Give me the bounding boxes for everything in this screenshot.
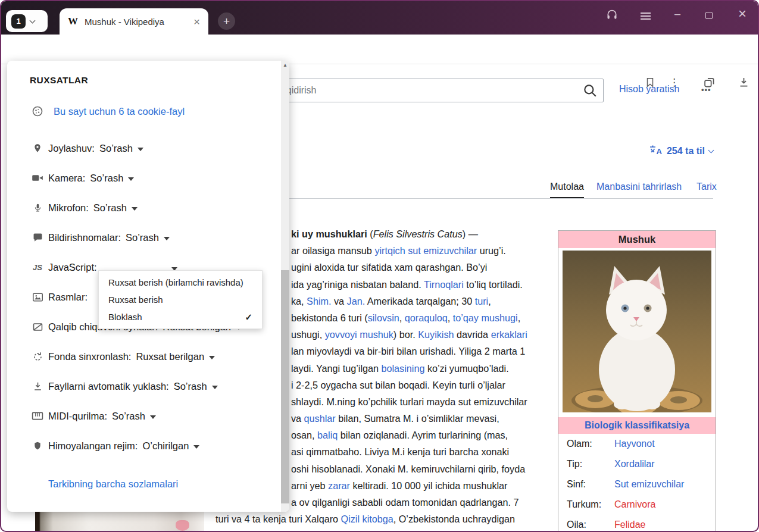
article-text-segment: bilan oziqlanadi. Ayrim turlarining (mas… <box>338 430 508 440</box>
panel-scrollbar[interactable]: ▲ <box>281 61 289 512</box>
article-text-segment: va <box>331 296 346 306</box>
permission-value-dropdown[interactable]: So’rash <box>93 202 138 214</box>
article-text-segment: ko’zi yumuqbo’ladi. <box>424 363 508 374</box>
chevron-down-icon <box>164 237 170 240</box>
microphone-icon <box>31 202 44 214</box>
taxonomy-label: Olam: <box>567 439 614 449</box>
language-count-label: 254 ta til <box>667 146 705 157</box>
article-text-segment: urug’i. <box>477 245 506 256</box>
permission-value-dropdown[interactable]: So’rash <box>112 411 156 422</box>
taxonomy-link[interactable]: Xordalilar <box>614 459 655 470</box>
new-tab-button[interactable]: + <box>218 12 235 30</box>
search-icon[interactable] <box>582 83 598 101</box>
menu-option-block[interactable]: Bloklash ✓ <box>99 308 262 326</box>
article-text-segment: davrida <box>454 329 491 340</box>
taxonomy-row: Olam: Hayvonot <box>558 434 716 454</box>
article-link[interactable]: erkaklari <box>491 329 527 340</box>
panel-title: RUXSATLAR <box>30 75 88 86</box>
article-text-segment: laydi. Yangi tug’ilgan <box>291 363 382 374</box>
article-link[interactable]: baliq <box>317 430 338 440</box>
protected-mode-icon <box>31 440 44 452</box>
scrollbar-thumb[interactable] <box>281 270 289 503</box>
article-link[interactable]: bolasining <box>382 363 425 374</box>
tab-group-count-badge: 1 <box>11 14 26 29</box>
browser-tab-active[interactable]: W Mushuk - Vikipediya × <box>60 8 208 35</box>
cookies-link[interactable]: Bu sayt uchun 6 ta cookie-fayl <box>31 104 185 119</box>
article-link[interactable]: Kuyikish <box>418 329 454 340</box>
article-text-segment: asi qimmatbaho. Liviya M.i kenja turi ba… <box>291 446 509 457</box>
article-text-segment: bekistonda 6 turi ( <box>291 312 368 323</box>
article-link[interactable]: Shim. <box>307 296 331 306</box>
maximize-button[interactable] <box>705 11 713 21</box>
article-text-segment: to’liq tortiladi. <box>464 279 523 290</box>
article-link[interactable]: silovsin <box>368 312 399 323</box>
close-button[interactable]: × <box>738 5 746 22</box>
article-link[interactable]: Qizil kitobga <box>341 514 393 524</box>
article-link[interactable]: yovvoyi mushuk <box>325 329 393 340</box>
tab-edit-source[interactable]: Manbasini tahrirlash <box>596 181 682 197</box>
create-account-link[interactable]: Hisob yaratish <box>619 84 679 95</box>
camera-icon <box>31 173 44 183</box>
article-link[interactable]: qoraquloq <box>405 312 448 323</box>
article-text-segment: , <box>488 296 491 306</box>
permission-row-microphone: Mikrofon: So’rash <box>31 200 138 215</box>
menu-option-allow[interactable]: Ruxsat berish <box>99 291 262 308</box>
content-settings-link[interactable]: Tarkibning barcha sozlamalari <box>48 478 178 490</box>
article-text-segment: ) bor. <box>393 329 418 340</box>
permission-label: Rasmlar: <box>48 292 88 303</box>
taxonomy-link[interactable]: Hayvonot <box>614 439 655 449</box>
article-text-segment: arni yeb <box>291 480 328 491</box>
menu-icon[interactable] <box>641 11 651 21</box>
article-link[interactable]: sut emizuvchilar <box>408 245 477 256</box>
article-text-segment: lan miyovlaydi va bir-biri bilan urishad… <box>291 346 525 356</box>
article-link[interactable]: qushlar <box>304 413 336 424</box>
permission-value-dropdown[interactable]: O’chirilgan <box>142 440 199 452</box>
downloads-icon[interactable] <box>738 76 749 91</box>
article-text-line: turi va 4 ta kenja turi Xalqaro Qizil ki… <box>215 511 560 527</box>
permission-value-dropdown[interactable]: So’rash <box>174 381 218 392</box>
location-icon <box>31 142 44 154</box>
background-sync-icon <box>31 351 44 362</box>
scroll-up-arrow[interactable]: ▲ <box>283 62 288 68</box>
article-link[interactable]: yirtqich <box>374 245 405 256</box>
tab-read[interactable]: Mutolaa <box>550 181 584 198</box>
article-text-segment: bilan, Sumatra M. i o’simliklar mevasi, <box>336 413 499 424</box>
article-text-segment: ( <box>367 229 373 239</box>
article-text-segment: ) — <box>463 229 478 239</box>
taxonomy-link[interactable]: Carnivora <box>614 499 655 510</box>
permission-label: JavaScript: <box>48 262 97 273</box>
permission-label: Fayllarni avtomatik yuklash: <box>48 381 169 392</box>
permission-row-camera: Kamera: So’rash <box>31 170 134 186</box>
taxonomy-label: Sinf: <box>567 479 614 490</box>
permission-value-dropdown[interactable]: So’rash <box>99 143 143 154</box>
menu-option-allow-default[interactable]: Ruxsat berish (birlamchi ravishda) <box>99 274 262 291</box>
article-link[interactable]: to’qay mushugi <box>453 312 518 323</box>
permission-row-midi: MIDI-qurilma: So’rash <box>31 408 156 424</box>
taxonomy-link[interactable]: Felidae <box>614 520 645 530</box>
taxonomy-link[interactable]: Sut emizuvchilar <box>614 479 684 490</box>
page-more-button[interactable]: ••• <box>701 85 711 94</box>
permission-label: Kamera: <box>48 173 85 184</box>
tab-group-button[interactable]: 1 <box>6 10 48 32</box>
permission-value-dropdown[interactable]: So’rash <box>90 173 134 184</box>
article-link[interactable]: turi <box>475 296 489 306</box>
chevron-down-icon <box>193 445 199 449</box>
minimize-button[interactable]: – <box>674 8 680 20</box>
article-link[interactable]: zarar <box>328 480 350 491</box>
language-selector[interactable]: A 254 ta til <box>649 145 713 157</box>
permission-row-images: Rasmlar: <box>31 289 88 305</box>
permission-value-dropdown[interactable]: So’rash <box>126 232 170 243</box>
tab-history[interactable]: Tarix <box>696 181 717 197</box>
tab-close-button[interactable]: × <box>193 16 200 27</box>
article-text-segment: ugini aloxida tur sifatida xam qarashgan… <box>291 262 487 273</box>
article-link[interactable]: Jan. <box>347 296 366 306</box>
cat-photo <box>563 251 711 412</box>
permission-value-dropdown[interactable]: Ruxsat berilgan <box>136 351 215 362</box>
browser-toolbar: ← → Я https://uz.wikipedia.org/wiki/Mush… <box>1 35 758 64</box>
headset-icon[interactable] <box>606 9 618 23</box>
article-link[interactable]: Tirnoqlari <box>424 279 464 290</box>
chevron-down-icon <box>212 386 218 389</box>
permission-row-notifications: Bildirishnomalar: So’rash <box>31 230 170 245</box>
permission-label: Joylashuv: <box>48 143 95 154</box>
translate-icon: A <box>649 145 663 157</box>
